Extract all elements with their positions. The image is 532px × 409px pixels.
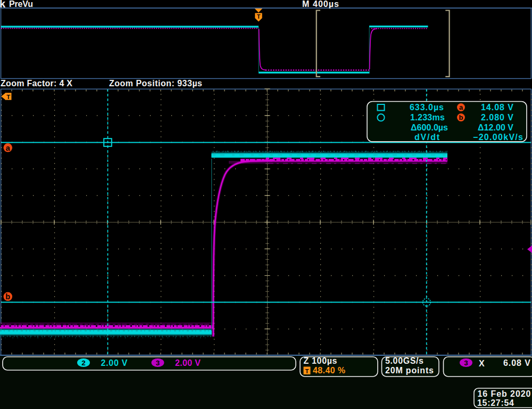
- svg-text:14.08 V: 14.08 V: [481, 103, 513, 112]
- svg-text:k: k: [0, 0, 6, 10]
- svg-text:PreVu: PreVu: [9, 0, 33, 9]
- svg-text:1.233ms: 1.233ms: [410, 113, 445, 122]
- svg-text:Zoom Position: 933µs: Zoom Position: 933µs: [109, 79, 202, 88]
- svg-text:48.40 %: 48.40 %: [313, 366, 345, 375]
- svg-text:X: X: [479, 359, 485, 368]
- svg-text:5.00GS/s: 5.00GS/s: [385, 356, 423, 365]
- svg-text:2.080 V: 2.080 V: [481, 113, 513, 122]
- svg-text:Z 100µs: Z 100µs: [304, 356, 337, 365]
- svg-text:a: a: [459, 103, 463, 111]
- svg-text:Zoom Factor: 4 X: Zoom Factor: 4 X: [1, 79, 72, 88]
- svg-text:20M points: 20M points: [385, 366, 434, 375]
- svg-text:T: T: [6, 94, 10, 100]
- svg-text:Δ600.0µs: Δ600.0µs: [411, 123, 448, 132]
- svg-text:16 Feb 2020: 16 Feb 2020: [478, 389, 531, 398]
- svg-text:b: b: [5, 292, 10, 301]
- svg-text:2: 2: [81, 359, 86, 367]
- svg-text:2.00 V: 2.00 V: [101, 358, 128, 367]
- svg-text:−20.00kV/s: −20.00kV/s: [473, 133, 523, 142]
- svg-text:Δ12.00 V: Δ12.00 V: [478, 123, 513, 132]
- svg-text:3: 3: [464, 359, 468, 367]
- svg-text:T: T: [305, 368, 309, 374]
- svg-text:2.00 V: 2.00 V: [175, 358, 201, 367]
- svg-text:633.0µs: 633.0µs: [410, 103, 444, 112]
- svg-text:a: a: [6, 144, 11, 152]
- svg-text:6.08 V: 6.08 V: [503, 358, 530, 367]
- svg-text:3: 3: [156, 359, 160, 367]
- svg-text:T: T: [257, 13, 261, 20]
- svg-text:M 400µs: M 400µs: [302, 0, 339, 9]
- svg-text:b: b: [459, 113, 463, 121]
- svg-text:15:27:54: 15:27:54: [477, 398, 514, 407]
